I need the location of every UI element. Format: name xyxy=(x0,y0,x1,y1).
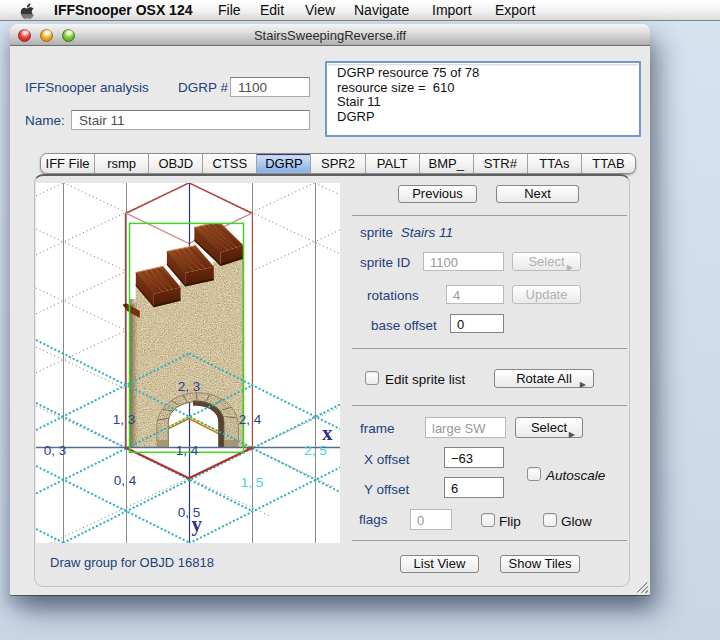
svg-text:1, 5: 1, 5 xyxy=(241,475,264,490)
svg-text:0, 3: 0, 3 xyxy=(44,443,67,458)
svg-text:1, 3: 1, 3 xyxy=(113,412,136,427)
svg-text:x: x xyxy=(322,421,333,445)
svg-text:2, 4: 2, 4 xyxy=(239,412,262,427)
svg-text:2, 3: 2, 3 xyxy=(178,379,201,394)
svg-text:1, 4: 1, 4 xyxy=(176,443,199,458)
svg-text:y: y xyxy=(192,512,203,536)
svg-text:0, 4: 0, 4 xyxy=(114,473,137,488)
